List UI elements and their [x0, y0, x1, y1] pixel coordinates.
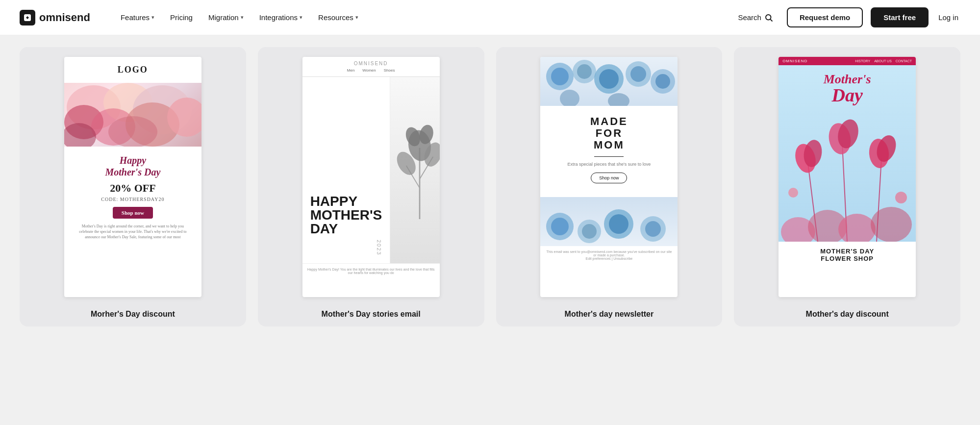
nav-resources[interactable]: Resources ▾ [311, 9, 365, 25]
t2-main: HAPPY MOTHER'S DAY 2023 [302, 77, 440, 263]
template-card-1[interactable]: LOGO [20, 47, 246, 326]
card-label-2: Mother's Day stories email [258, 302, 484, 326]
t3-flowers-bottom [540, 197, 678, 246]
t2-nav: Men Women Shoes [308, 68, 434, 73]
card-label-3: Mother's day newsletter [496, 302, 723, 326]
t3-subtitle: Extra special pieces that she's sure to … [548, 162, 670, 167]
t4-topbar: OMNISEND HISTORY ABOUT US CONTACT [779, 57, 916, 65]
svg-point-1 [766, 15, 771, 20]
template-frame-3: MADE FOR MOM Extra special pieces that s… [540, 57, 678, 297]
request-demo-button[interactable]: Request demo [787, 7, 863, 27]
logo[interactable]: omnisend [20, 10, 90, 25]
svg-point-29 [655, 74, 670, 89]
start-free-button[interactable]: Start free [871, 7, 929, 27]
svg-point-37 [609, 214, 628, 234]
t4-hero: Mother's Day [779, 65, 916, 242]
brand-name: omnisend [39, 11, 90, 24]
t2-left: HAPPY MOTHER'S DAY 2023 [302, 77, 390, 263]
template-frame-4: OMNISEND HISTORY ABOUT US CONTACT Mother… [779, 57, 916, 297]
t1-discount: 20% OFF [72, 182, 194, 195]
main-content: LOGO [0, 35, 980, 425]
t4-brand: OMNISEND [782, 59, 807, 63]
t1-flowers [64, 83, 201, 147]
navigation: omnisend Features ▾ Pricing Migration ▾ … [0, 0, 980, 35]
resources-chevron-icon: ▾ [355, 14, 358, 21]
nav-migration[interactable]: Migration ▾ [201, 9, 251, 25]
template-card-2[interactable]: OMNISEND Men Women Shoes HAPPY MOTHER'S [258, 47, 484, 326]
card-label-4: Mother's day discount [734, 302, 960, 326]
t3-title-area: MADE FOR MOM Extra special pieces that s… [540, 106, 678, 193]
svg-point-27 [630, 66, 646, 82]
search-icon [764, 13, 773, 22]
card-label-1: Morher's Day discount [20, 302, 246, 326]
card-preview-2: OMNISEND Men Women Shoes HAPPY MOTHER'S [258, 47, 484, 302]
t1-text-area: Happy Mother's Day 20% OFF CODE: MOTHERS… [64, 147, 201, 248]
t1-heading: Happy Mother's Day [72, 154, 194, 178]
t2-brand: OMNISEND [308, 61, 434, 66]
t1-body: Mother's Day is right around the corner,… [72, 224, 194, 240]
features-chevron-icon: ▾ [151, 14, 154, 21]
template-card-3[interactable]: MADE FOR MOM Extra special pieces that s… [496, 47, 723, 326]
t4-flowers-svg [779, 95, 916, 242]
t3-flowers-top [540, 57, 678, 106]
svg-point-39 [645, 221, 661, 237]
template-frame-1: LOGO [64, 57, 201, 297]
nav-features[interactable]: Features ▾ [114, 9, 161, 25]
svg-point-31 [608, 93, 629, 106]
integrations-chevron-icon: ▾ [300, 14, 302, 21]
t2-footer: Happy Mother's Day! You are the light th… [302, 263, 440, 278]
t1-code: CODE: MOTHERSDAY20 [72, 197, 194, 202]
svg-point-30 [560, 90, 579, 106]
t4-footer-text: MOTHER'S DAY FLOWER SHOP [779, 242, 916, 268]
t4-footer-subtitle: FLOWER SHOP [784, 255, 910, 262]
svg-point-33 [551, 218, 569, 235]
card-preview-3: MADE FOR MOM Extra special pieces that s… [496, 47, 723, 302]
t1-logo: LOGO [64, 57, 201, 83]
nav-integrations[interactable]: Integrations ▾ [252, 9, 309, 25]
t2-title: HAPPY MOTHER'S DAY [310, 195, 382, 236]
svg-point-25 [599, 69, 619, 89]
card-preview-1: LOGO [20, 47, 246, 302]
t3-title: MADE FOR MOM [548, 116, 670, 151]
t3-shop-btn: Shop now [591, 173, 627, 183]
svg-point-53 [788, 188, 798, 198]
nav-actions: Search Request demo Start free Log in [732, 7, 960, 27]
login-button[interactable]: Log in [936, 9, 960, 25]
t1-shop-btn: Shop now [113, 207, 153, 219]
migration-chevron-icon: ▾ [241, 14, 244, 21]
nav-pricing[interactable]: Pricing [163, 9, 200, 25]
template-frame-2: OMNISEND Men Women Shoes HAPPY MOTHER'S [302, 57, 440, 297]
cards-grid: LOGO [20, 47, 960, 326]
t4-footer-title: MOTHER'S DAY [784, 248, 910, 255]
svg-point-52 [871, 207, 912, 242]
t2-flower-image [390, 77, 439, 263]
t4-nav: HISTORY ABOUT US CONTACT [855, 59, 912, 63]
svg-point-54 [895, 192, 907, 203]
t2-header: OMNISEND Men Women Shoes [302, 57, 440, 77]
card-preview-4: OMNISEND HISTORY ABOUT US CONTACT Mother… [734, 47, 960, 302]
svg-point-21 [551, 68, 569, 85]
template-card-4[interactable]: OMNISEND HISTORY ABOUT US CONTACT Mother… [734, 47, 960, 326]
svg-point-35 [582, 224, 597, 239]
t2-year: 2023 [310, 240, 382, 255]
svg-point-11 [108, 116, 157, 147]
t2-right [390, 77, 439, 263]
logo-icon [20, 10, 35, 25]
t3-footer: This email was sent to you@omnisend.com … [540, 246, 678, 264]
search-button[interactable]: Search [732, 9, 779, 26]
t3-divider [594, 156, 624, 157]
nav-links: Features ▾ Pricing Migration ▾ Integrati… [114, 9, 732, 25]
svg-line-2 [770, 19, 772, 21]
t4-title: Mother's [824, 73, 871, 86]
svg-point-23 [577, 64, 592, 79]
